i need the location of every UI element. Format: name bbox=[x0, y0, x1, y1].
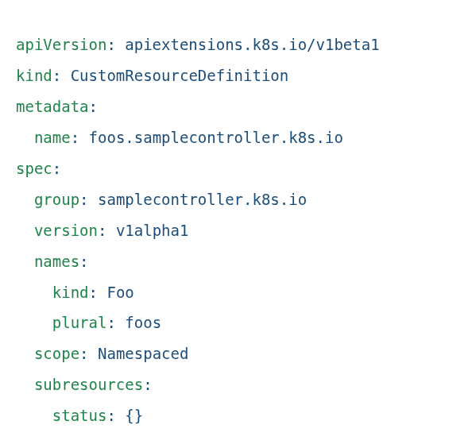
yaml-code-block: apiVersion: apiextensions.k8s.io/v1beta1… bbox=[16, 29, 460, 431]
